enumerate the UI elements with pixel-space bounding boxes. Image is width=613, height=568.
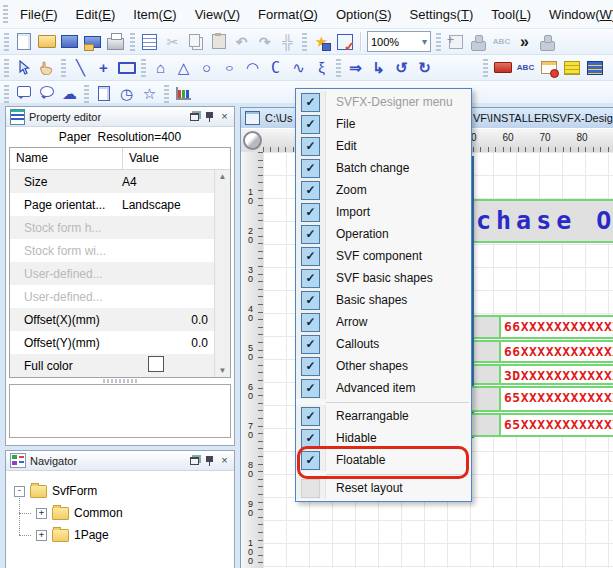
tree-item-1page[interactable]: + 1Page xyxy=(34,524,234,546)
property-row-full-color[interactable]: Full color xyxy=(10,354,230,377)
property-row-userdef1[interactable]: User-defined... xyxy=(10,262,230,285)
checked-checkbox[interactable]: ✓ xyxy=(301,357,320,376)
float-button[interactable] xyxy=(189,455,200,466)
menu-item-svf-component[interactable]: ✓SVF component xyxy=(296,245,471,267)
property-row-stock-w[interactable]: Stock form wi... xyxy=(10,239,230,262)
table-field-icon[interactable] xyxy=(538,57,559,78)
new-document-icon[interactable] xyxy=(13,31,34,52)
property-row-offset-x[interactable]: Offset(X)(mm)0.0 xyxy=(10,308,230,331)
oval-tool-icon[interactable]: ○ xyxy=(219,61,240,74)
toolbar-grip[interactable] xyxy=(483,59,488,77)
menu-item-edit[interactable]: ✓Edit xyxy=(296,135,471,157)
arc-tool-icon[interactable]: ◠ xyxy=(242,57,263,78)
document-window-icon[interactable] xyxy=(245,111,260,125)
clock-icon[interactable]: ◷ xyxy=(116,83,137,104)
table-scrollbar[interactable]: ▲ ▼ xyxy=(214,170,230,377)
property-row-userdef2[interactable]: User-defined... xyxy=(10,285,230,308)
toolbar-grip[interactable] xyxy=(130,33,135,51)
line-tool-icon[interactable]: ╲ xyxy=(70,57,91,78)
abc-check-icon[interactable]: ABC xyxy=(491,31,512,52)
menu-edit[interactable]: Edit(E) xyxy=(67,7,125,22)
pin-button[interactable] xyxy=(204,111,215,122)
form-field-row[interactable]: t 65XXXXXXXXXXXXXXXX xyxy=(460,386,613,412)
form-title-field[interactable]: chase O xyxy=(474,199,613,243)
checked-checkbox[interactable]: ✓ xyxy=(301,93,320,112)
form-field-row[interactable]: e 65XXXXXXXXXXXXXXXX xyxy=(460,413,613,437)
menu-item-floatable[interactable]: ✓Floatable xyxy=(296,449,471,471)
collapse-icon[interactable]: - xyxy=(14,486,25,497)
toolbar-grip[interactable] xyxy=(336,59,341,77)
menu-item-other-shapes[interactable]: ✓Other shapes xyxy=(296,355,471,377)
clear-item-icon[interactable] xyxy=(537,31,558,52)
toolbar-grip[interactable] xyxy=(84,85,89,103)
close-icon[interactable]: × xyxy=(219,455,230,466)
checked-checkbox[interactable]: ✓ xyxy=(301,291,320,310)
pin-button[interactable] xyxy=(204,455,215,466)
freeform-tool-icon[interactable]: ξ xyxy=(311,57,332,78)
menu-item-svf-basic-shapes[interactable]: ✓SVF basic shapes xyxy=(296,267,471,289)
field-box-icon[interactable] xyxy=(492,57,513,78)
property-row-stock-h[interactable]: Stock form h... xyxy=(10,216,230,239)
checked-checkbox[interactable]: ✓ xyxy=(301,115,320,134)
checked-checkbox[interactable]: ✓ xyxy=(301,313,320,332)
property-value[interactable]: 0.0 xyxy=(116,336,230,350)
triangle-tool-icon[interactable]: △ xyxy=(173,57,194,78)
expand-icon[interactable]: + xyxy=(36,530,47,541)
menu-option[interactable]: Option(S) xyxy=(327,7,401,22)
arrow-right-icon[interactable]: ⇒ xyxy=(345,57,366,78)
open-folder-icon[interactable] xyxy=(36,31,57,52)
toolbar-grip[interactable] xyxy=(4,33,9,51)
menu-item[interactable]: Item(C) xyxy=(124,7,185,22)
note-page-icon[interactable] xyxy=(93,83,114,104)
checked-checkbox[interactable]: ✓ xyxy=(301,225,320,244)
float-button[interactable] xyxy=(189,111,200,122)
property-value[interactable]: A4 xyxy=(116,175,230,189)
print-icon[interactable] xyxy=(105,31,126,52)
callout-square-icon[interactable] xyxy=(13,83,34,104)
menu-item-import[interactable]: ✓Import xyxy=(296,201,471,223)
menu-item-operation[interactable]: ✓Operation xyxy=(296,223,471,245)
memo-yellow-icon[interactable] xyxy=(561,57,582,78)
paste-icon[interactable] xyxy=(208,31,229,52)
import-icon[interactable] xyxy=(445,31,466,52)
tree-label[interactable]: SvfForm xyxy=(52,484,97,498)
toolbar-grip[interactable] xyxy=(61,59,66,77)
align-center-icon[interactable]: ╬ xyxy=(277,31,298,52)
menu-item-advanced-item[interactable]: ✓Advanced item xyxy=(296,377,471,399)
barchart-icon[interactable] xyxy=(173,83,194,104)
tree-item-svfform[interactable]: - SvfForm xyxy=(14,480,234,502)
navigator-titlebar[interactable]: Navigator × xyxy=(6,451,234,471)
toolbar-grip[interactable] xyxy=(302,33,307,51)
pointer-tool-icon[interactable] xyxy=(13,57,34,78)
callout-round-icon[interactable] xyxy=(36,83,57,104)
star-icon[interactable]: ☆ xyxy=(139,83,160,104)
checked-checkbox[interactable]: ✓ xyxy=(301,269,320,288)
polygon-tool-icon[interactable]: ⌂ xyxy=(150,57,171,78)
toolbar-grip[interactable] xyxy=(4,85,9,103)
arrow-uturn-icon[interactable]: ↺ xyxy=(391,57,412,78)
undo-icon[interactable]: ↶ xyxy=(231,31,252,52)
menu-item-rearrangable[interactable]: ✓Rearrangable xyxy=(296,405,471,427)
checked-checkbox[interactable]: ✓ xyxy=(301,203,320,222)
menu-file[interactable]: File(F) xyxy=(11,7,67,22)
rectangle-tool-icon[interactable] xyxy=(116,57,137,78)
menu-item-batch-change[interactable]: ✓Batch change xyxy=(296,157,471,179)
property-value[interactable]: Landscape xyxy=(116,198,230,212)
arrow-refresh-icon[interactable]: ↻ xyxy=(414,57,435,78)
menu-item-reset-layout[interactable]: Reset layout xyxy=(296,477,471,499)
property-editor-titlebar[interactable]: Property editor × xyxy=(6,107,234,127)
menu-settings[interactable]: Settings(T) xyxy=(401,7,483,22)
crosshair-tool-icon[interactable]: + xyxy=(93,57,114,78)
export-icon[interactable]: » xyxy=(514,31,535,52)
stamp-icon[interactable] xyxy=(468,31,489,52)
property-row-orientation[interactable]: Page orientat...Landscape xyxy=(10,193,230,216)
menu-view[interactable]: View(V) xyxy=(186,7,249,22)
tree-label[interactable]: 1Page xyxy=(74,528,109,542)
checked-checkbox[interactable]: ✓ xyxy=(301,181,320,200)
menu-item-callouts[interactable]: ✓Callouts xyxy=(296,333,471,355)
menu-item-basic-shapes[interactable]: ✓Basic shapes xyxy=(296,289,471,311)
toolbar-grip[interactable] xyxy=(164,85,169,103)
checked-checkbox[interactable]: ✓ xyxy=(301,429,320,448)
menu-item-arrow[interactable]: ✓Arrow xyxy=(296,311,471,333)
property-value[interactable]: 0.0 xyxy=(116,313,230,327)
